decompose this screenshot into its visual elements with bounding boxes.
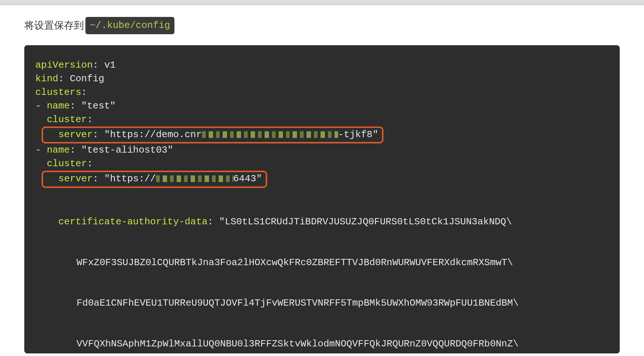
cluster2-name: "test-alihost03"	[81, 145, 173, 156]
yaml-key-server: server	[58, 129, 93, 140]
server1-suffix: -tjkf8"	[338, 129, 378, 140]
server-highlight-2: server: "https://6443"	[42, 171, 267, 188]
cert-block: certificate-authority-data: "LS0tLS1CRUd…	[35, 188, 609, 353]
cert-line-3: VVFQXhNSAphM1ZpWlMxallUQ0NBU0l3RFFZSktvW…	[77, 338, 519, 349]
cert-line-0: "LS0tLS1CRUdJTiBDRVJUSUZJQ0FURS0tLS0tCk1…	[219, 216, 512, 227]
yaml-key-server: server	[58, 173, 93, 184]
yaml-key-kind: kind	[35, 73, 58, 84]
yaml-key-cluster: cluster	[47, 158, 87, 169]
server2-prefix: "https://	[104, 173, 156, 184]
config-path-code: ~/.kube/config	[85, 17, 174, 34]
content: 将设置保存到 ~/.kube/config apiVersion: v1 kin…	[0, 5, 644, 353]
window-top-bar	[0, 0, 644, 5]
server-highlight-1: server: "https://demo.cnr-tjkf8"	[42, 127, 383, 144]
yaml-val-kind: Config	[70, 73, 105, 84]
redacted-server2	[156, 175, 233, 182]
yaml-key-apiversion: apiVersion	[35, 60, 93, 71]
intro-text: 将设置保存到 ~/.kube/config	[24, 17, 620, 34]
yaml-key-cert: certificate-authority-data	[58, 216, 208, 227]
yaml-val-apiversion: v1	[104, 60, 116, 71]
server2-suffix: 6443"	[233, 173, 262, 184]
intro-prefix: 将设置保存到	[24, 18, 84, 33]
yaml-key-cluster: cluster	[47, 114, 87, 125]
cert-line-1: WFxZ0F3SUJBZ0lCQURBTkJna3Foa2lHOXcwQkFRc…	[77, 257, 513, 268]
yaml-key-name: name	[47, 100, 70, 111]
redacted-server1	[202, 131, 338, 138]
yaml-code-block: apiVersion: v1 kind: Config clusters: - …	[24, 45, 620, 353]
yaml-key-name: name	[47, 145, 70, 156]
yaml-key-clusters: clusters	[35, 87, 81, 98]
cluster1-name: "test"	[81, 100, 116, 111]
cert-line-2: Fd0aE1CNFhEVEU1TURReU9UQTJOVFl4TjFvWERUS…	[77, 298, 519, 309]
server1-prefix: "https://demo.cnr	[104, 129, 202, 140]
